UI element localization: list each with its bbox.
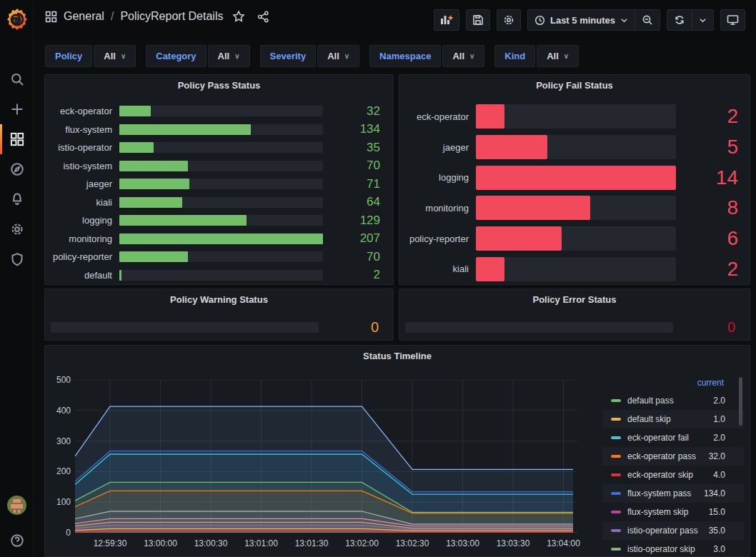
legend-item-default-skip[interactable]: default skip1.0 bbox=[602, 410, 744, 428]
bar-label: monitoring bbox=[405, 203, 476, 214]
explore-compass-icon[interactable] bbox=[0, 154, 34, 184]
fail-value: 5 bbox=[676, 136, 744, 159]
legend-header-current[interactable]: current bbox=[602, 374, 744, 391]
chevron-down-icon: ∨ bbox=[564, 52, 569, 60]
bar-track bbox=[119, 124, 323, 135]
legend-series-swatch bbox=[611, 529, 621, 532]
filter-value-dropdown-category[interactable]: All∨ bbox=[208, 45, 250, 67]
pass-value: 134 bbox=[323, 122, 387, 136]
filter-value-dropdown-kind[interactable]: All∨ bbox=[537, 45, 579, 67]
bar-row-jaeger: jaeger71 bbox=[51, 175, 387, 194]
filter-value-dropdown-policy[interactable]: All∨ bbox=[94, 45, 136, 67]
legend-item-istio-operator-skip[interactable]: istio-operator skip3.0 bbox=[602, 540, 744, 557]
grafana-logo[interactable] bbox=[5, 6, 29, 32]
bar-track bbox=[119, 161, 323, 171]
bar-fill bbox=[119, 270, 121, 281]
bar-row-monitoring: monitoring8 bbox=[405, 193, 744, 224]
bar-row-kiali: kiali2 bbox=[405, 254, 744, 284]
filter-severity: SeverityAll∨ bbox=[260, 45, 360, 67]
panel-title[interactable]: Policy Pass Status bbox=[45, 75, 393, 91]
pass-value: 70 bbox=[323, 250, 387, 264]
legend-series-name: eck-operator pass bbox=[627, 451, 709, 461]
panel-title[interactable]: Policy Warning Status bbox=[45, 289, 393, 305]
breadcrumb-section[interactable]: General bbox=[64, 10, 104, 23]
bar-track bbox=[476, 226, 676, 251]
create-plus-icon[interactable] bbox=[0, 94, 34, 124]
refresh-button[interactable] bbox=[667, 10, 692, 30]
x-tick-label: 13:02:00 bbox=[340, 538, 384, 548]
dashboard-grid-icon bbox=[45, 11, 57, 23]
bar-label: flux-system bbox=[51, 124, 119, 135]
kiosk-mode-button[interactable] bbox=[720, 9, 745, 31]
user-avatar[interactable] bbox=[7, 496, 26, 515]
legend-item-eck-operator-pass[interactable]: eck-operator pass32.0 bbox=[602, 447, 744, 466]
panel-policy-warning-status: Policy Warning Status 0 bbox=[44, 288, 394, 341]
bar-row-default: default2 bbox=[51, 266, 387, 285]
bar-fill bbox=[119, 142, 154, 153]
panel-title[interactable]: Policy Error Status bbox=[399, 289, 750, 305]
y-tick-label: 400 bbox=[48, 406, 71, 416]
search-icon[interactable] bbox=[0, 64, 34, 94]
filter-label-policy[interactable]: Policy bbox=[45, 45, 92, 67]
legend-item-flux-system-pass[interactable]: flux-system pass134.0 bbox=[602, 484, 744, 503]
legend-item-flux-system-skip[interactable]: flux-system skip15.0 bbox=[602, 503, 744, 521]
legend-scrollbar[interactable] bbox=[739, 377, 742, 426]
bar-label: logging bbox=[405, 172, 476, 183]
pass-bar-gauge: eck-operator32flux-system134istio-operat… bbox=[51, 102, 387, 284]
filter-label-namespace[interactable]: Namespace bbox=[369, 45, 441, 67]
timeline-plot-area[interactable] bbox=[75, 380, 577, 533]
alerting-bell-icon[interactable] bbox=[0, 184, 34, 214]
legend-item-default-pass[interactable]: default pass2.0 bbox=[602, 391, 744, 410]
filter-label-severity[interactable]: Severity bbox=[260, 45, 317, 67]
add-panel-button[interactable] bbox=[434, 9, 459, 31]
filter-label-category[interactable]: Category bbox=[146, 45, 206, 67]
share-icon[interactable] bbox=[257, 11, 269, 23]
bar-track bbox=[476, 166, 676, 190]
panel-title[interactable]: Policy Fail Status bbox=[399, 75, 750, 91]
toolbar: Last 5 minutes bbox=[434, 9, 745, 31]
sidebar bbox=[0, 0, 34, 557]
breadcrumb-page-title: PolicyReport Details bbox=[120, 10, 223, 23]
legend-item-eck-operator-fail[interactable]: eck-operator fail2.0 bbox=[602, 428, 744, 447]
bar-label: policy-reporter bbox=[51, 251, 119, 262]
legend-series-name: eck-operator fail bbox=[627, 433, 713, 443]
server-admin-shield-icon[interactable] bbox=[0, 244, 34, 274]
star-icon[interactable] bbox=[232, 10, 245, 23]
bar-track bbox=[119, 215, 323, 226]
panel-title[interactable]: Status Timeline bbox=[45, 346, 750, 361]
zoom-out-button[interactable] bbox=[635, 10, 660, 30]
save-dashboard-button[interactable] bbox=[466, 9, 490, 31]
configuration-gear-icon[interactable] bbox=[0, 214, 34, 244]
panel-status-timeline: Status Timeline 0100200300400500 12:59:3… bbox=[44, 345, 750, 557]
dashboards-icon[interactable] bbox=[0, 124, 34, 154]
help-icon[interactable] bbox=[0, 526, 34, 556]
bar-fill bbox=[119, 234, 323, 244]
pass-value: 32 bbox=[323, 104, 387, 119]
breadcrumb: General / PolicyReport Details bbox=[45, 10, 269, 23]
filter-selected-value: All bbox=[452, 51, 464, 61]
pass-value: 71 bbox=[323, 177, 387, 191]
time-range-picker[interactable]: Last 5 minutes bbox=[528, 10, 635, 30]
bar-track bbox=[476, 196, 676, 220]
legend-series-name: default skip bbox=[627, 414, 713, 424]
template-variable-filters: PolicyAll∨CategoryAll∨SeverityAll∨Namesp… bbox=[45, 45, 579, 67]
bar-fill bbox=[476, 226, 562, 251]
filter-value-dropdown-severity[interactable]: All∨ bbox=[317, 45, 359, 67]
filter-value-dropdown-namespace[interactable]: All∨ bbox=[442, 45, 484, 67]
bar-row-eck-operator: eck-operator2 bbox=[405, 101, 744, 132]
dashboard-settings-button[interactable] bbox=[497, 9, 521, 31]
legend-series-name: eck-operator skip bbox=[627, 470, 713, 480]
error-bar-gauge: 0 bbox=[405, 319, 744, 336]
legend-series-current-value: 35.0 bbox=[709, 526, 740, 536]
bar-track bbox=[476, 257, 676, 281]
filter-label-kind[interactable]: Kind bbox=[494, 45, 535, 67]
legend-item-istio-operator-pass[interactable]: istio-operator pass35.0 bbox=[602, 521, 744, 540]
gauge-track bbox=[405, 322, 673, 333]
bar-row-eck-operator: eck-operator32 bbox=[51, 102, 387, 121]
legend-item-eck-operator-skip[interactable]: eck-operator skip4.0 bbox=[602, 466, 744, 484]
x-tick-label: 13:00:00 bbox=[139, 538, 183, 548]
bar-label: jaeger bbox=[51, 179, 119, 189]
filter-namespace: NamespaceAll∨ bbox=[369, 45, 484, 67]
legend-series-name: flux-system skip bbox=[627, 507, 709, 517]
refresh-interval-dropdown[interactable] bbox=[692, 10, 713, 30]
